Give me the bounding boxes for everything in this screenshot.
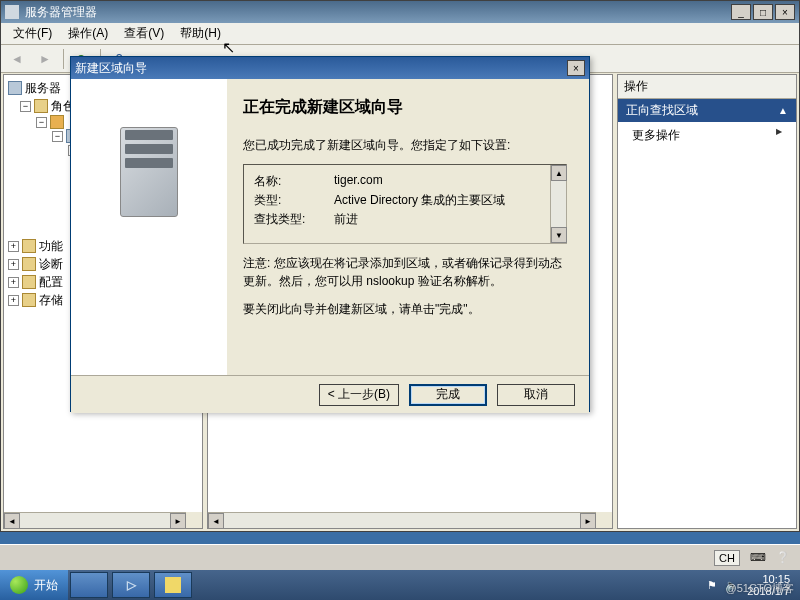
scroll-right-icon[interactable]: ► [170,513,186,529]
dialog-close-button[interactable]: × [567,60,585,76]
scroll-up-icon[interactable]: ▲ [551,165,567,181]
scroll-down-icon[interactable]: ▼ [551,227,567,243]
dialog-title: 新建区域向导 [75,60,147,77]
actions-section-header[interactable]: 正向查找区域 ▲ [618,99,796,122]
server-image-icon [120,127,178,217]
role-icon [50,115,64,129]
dialog-titlebar[interactable]: 新建区域向导 × [71,57,589,79]
finish-button[interactable]: 完成 [409,384,487,406]
scroll-left-icon[interactable]: ◄ [208,513,224,529]
wizard-heading: 正在完成新建区域向导 [243,97,567,118]
expander-icon[interactable]: − [20,101,31,112]
tree-scrollbar-h[interactable]: ◄ ► [4,512,186,528]
cancel-button[interactable]: 取消 [497,384,575,406]
task-powershell[interactable]: ▷ [112,572,150,598]
folder-icon [22,275,36,289]
explorer-icon [165,577,181,593]
settings-scrollbar-v[interactable]: ▲ ▼ [550,165,566,243]
menu-help[interactable]: 帮助(H) [174,23,227,44]
scroll-right-icon[interactable]: ► [580,513,596,529]
expander-icon[interactable]: + [8,259,19,270]
wizard-closing: 要关闭此向导并创建新区域，请单击"完成"。 [243,300,567,318]
submenu-arrow-icon: ▶ [776,127,782,144]
powershell-icon: ▷ [127,578,136,592]
folder-icon [22,293,36,307]
start-orb-icon [10,576,28,594]
back-button[interactable]: < 上一步(B) [319,384,399,406]
folder-icon [22,257,36,271]
folder-icon [22,239,36,253]
expander-icon[interactable]: + [8,277,19,288]
ime-indicator[interactable]: CH [714,550,740,566]
window-title: 服务器管理器 [25,4,97,21]
expander-icon[interactable]: + [8,295,19,306]
folder-icon [34,99,48,113]
server-manager-icon [81,577,97,593]
language-bar: CH ⌨ ❔ [0,544,800,570]
forward-button[interactable]: ► [35,49,55,69]
wizard-graphic-panel [71,79,227,375]
minimize-button[interactable]: _ [731,4,751,20]
dialog-body: 正在完成新建区域向导 您已成功完成了新建区域向导。您指定了如下设置: 名称: t… [71,79,589,375]
setting-row-type: 类型: Active Directory 集成的主要区域 [254,192,556,209]
actions-pane: 操作 正向查找区域 ▲ 更多操作 ▶ [617,74,797,529]
expander-icon[interactable]: − [36,117,47,128]
dialog-button-row: < 上一步(B) 完成 取消 [71,375,589,413]
expander-icon[interactable]: − [52,131,63,142]
scroll-left-icon[interactable]: ◄ [4,513,20,529]
wizard-note: 注意: 您应该现在将记录添加到区域，或者确保记录得到动态更新。然后，您可以用 n… [243,254,567,290]
close-button[interactable]: × [775,4,795,20]
menu-view[interactable]: 查看(V) [118,23,170,44]
wizard-content: 正在完成新建区域向导 您已成功完成了新建区域向导。您指定了如下设置: 名称: t… [227,79,589,375]
setting-row-lookup: 查找类型: 前进 [254,211,556,228]
tray-flag-icon[interactable]: ⚑ [707,579,717,592]
details-scrollbar-h[interactable]: ◄ ► [208,512,596,528]
maximize-button[interactable]: □ [753,4,773,20]
task-server-manager[interactable] [70,572,108,598]
chevron-up-icon: ▲ [778,105,788,116]
toolbar-divider [63,49,64,69]
setting-row-name: 名称: tiger.com [254,173,556,190]
main-titlebar[interactable]: 服务器管理器 _ □ × [1,1,799,23]
ime-settings-icon[interactable]: ⌨ [750,551,766,564]
settings-summary-box: 名称: tiger.com 类型: Active Directory 集成的主要… [243,164,567,244]
ime-help-icon[interactable]: ❔ [776,551,790,564]
menu-file[interactable]: 文件(F) [7,23,58,44]
actions-header: 操作 [618,75,796,99]
server-icon [8,81,22,95]
action-more[interactable]: 更多操作 ▶ [618,122,796,149]
taskbar: 开始 ▷ ⚑ 🔈 10:15 2018/1/7 [0,570,800,600]
menu-action[interactable]: 操作(A) [62,23,114,44]
app-icon [5,5,19,19]
start-button[interactable]: 开始 [0,570,68,600]
watermark: @51CTO博客 [726,581,794,596]
expander-icon[interactable]: + [8,241,19,252]
wizard-intro: 您已成功完成了新建区域向导。您指定了如下设置: [243,136,567,154]
task-explorer[interactable] [154,572,192,598]
menubar: 文件(F) 操作(A) 查看(V) 帮助(H) [1,23,799,45]
back-button[interactable]: ◄ [7,49,27,69]
new-zone-wizard-dialog: 新建区域向导 × 正在完成新建区域向导 您已成功完成了新建区域向导。您指定了如下… [70,56,590,412]
